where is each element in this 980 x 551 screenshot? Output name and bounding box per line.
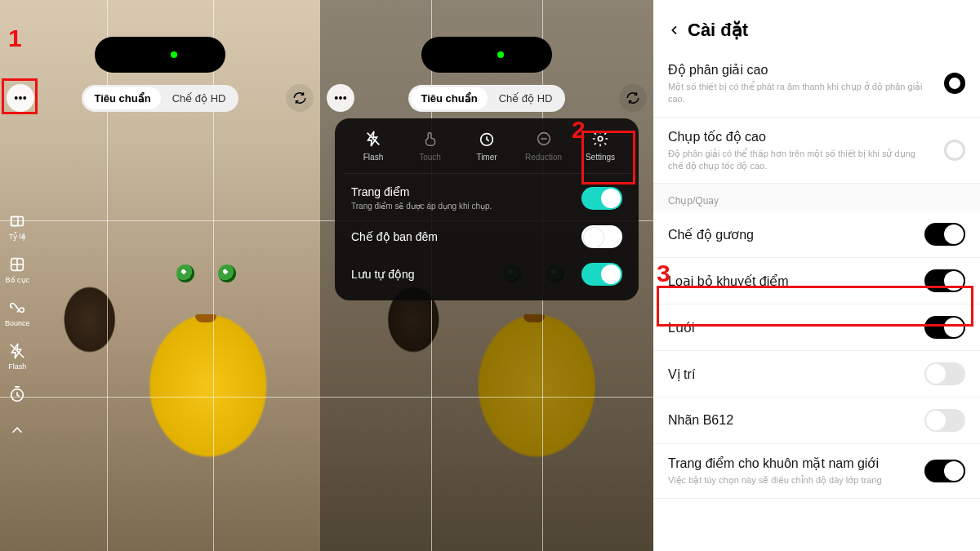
overlay-reduction[interactable]: Reduction [519, 130, 569, 162]
toggle-makeup[interactable] [581, 187, 622, 210]
svg-rect-4 [11, 217, 18, 226]
tool-timer[interactable] [8, 385, 26, 403]
tool-label: Flash [8, 362, 26, 371]
radio-hispeed-unselected[interactable] [944, 140, 965, 161]
tool-flash[interactable]: Flash [8, 342, 26, 371]
setting-title: Trang điểm cho khuôn mặt nam giới [668, 455, 913, 471]
layout-icon [8, 256, 26, 273]
radio-hires-selected[interactable] [944, 73, 965, 94]
tutorial-composite: Tiêu chuẩn Chế độ HD Tỷ lệ Bố cục Bounce [0, 0, 980, 551]
camera-topbar: Tiêu chuẩn Chế độ HD [320, 82, 653, 114]
toggle-male-makeup[interactable] [924, 460, 965, 482]
flash-icon [364, 130, 382, 148]
overlay-item-title: Chế độ ban đêm [351, 230, 438, 243]
toggle-watermark[interactable] [924, 409, 965, 432]
subject-eye [176, 264, 194, 282]
touch-icon [421, 130, 439, 148]
tool-expand[interactable] [8, 421, 26, 439]
callout-box-1 [2, 78, 38, 114]
setting-desc: Việc bật tùy chọn này sẽ điều chỉnh độ d… [668, 474, 913, 487]
overlay-item-autosave: Lưu tự động [351, 263, 622, 286]
overlay-item-title: Lưu tự động [351, 268, 415, 281]
switch-camera-icon [626, 91, 640, 105]
setting-hires[interactable]: Độ phân giải cao Một số thiết bị có thể … [653, 51, 980, 118]
setting-male-makeup[interactable]: Trang điểm cho khuôn mặt nam giới Việc b… [653, 444, 980, 499]
timer-icon [8, 385, 26, 403]
tool-layout[interactable]: Bố cục [6, 256, 30, 284]
chevron-up-icon [8, 421, 26, 439]
seg-hd[interactable]: Chế độ HD [489, 87, 563, 109]
subject-eye [218, 264, 236, 282]
infinity-icon [8, 299, 26, 317]
more-horizontal-icon [333, 91, 348, 105]
switch-camera-button[interactable] [286, 84, 314, 112]
timer-icon [478, 130, 496, 148]
setting-mirror[interactable]: Chế độ gương [653, 211, 980, 258]
settings-title: Cài đặt [688, 20, 748, 41]
seg-standard[interactable]: Tiêu chuẩn [411, 87, 487, 109]
overlay-touch[interactable]: Touch [405, 130, 456, 162]
overlay-label: Timer [476, 153, 497, 162]
svg-point-9 [340, 97, 341, 99]
overlay-item-makeup: Trang điểm Trang điểm sẽ được áp dụng kh… [351, 185, 622, 211]
setting-location[interactable]: Vị trí [653, 351, 980, 398]
setting-title: Nhãn B612 [668, 413, 913, 428]
tool-ratio[interactable]: Tỷ lệ [8, 212, 26, 241]
overlay-toggle-list: Trang điểm Trang điểm sẽ được áp dụng kh… [343, 174, 630, 286]
callout-box-3 [657, 286, 973, 327]
seg-hd[interactable]: Chế độ HD [163, 87, 236, 109]
callout-number-1: 1 [8, 24, 22, 52]
overlay-timer[interactable]: Timer [461, 130, 512, 162]
screenshot-panel-3: Cài đặt Độ phân giải cao Một số thiết bị… [653, 0, 980, 551]
overlay-item-night: Chế độ ban đêm [351, 225, 622, 248]
toggle-night[interactable] [581, 225, 622, 248]
svg-point-8 [336, 97, 337, 99]
switch-camera-icon [292, 91, 307, 105]
overlay-item-sub: Trang điểm sẽ được áp dụng khi chụp. [351, 202, 492, 211]
flash-off-icon [8, 342, 26, 360]
more-menu-button[interactable] [327, 84, 354, 112]
callout-number-2: 2 [572, 116, 586, 144]
camera-topbar: Tiêu chuẩn Chế độ HD [0, 82, 320, 114]
switch-camera-button[interactable] [619, 84, 647, 112]
subject-mouth [523, 314, 545, 322]
settings-list: Độ phân giải cao Một số thiết bị có thể … [653, 51, 980, 499]
tool-label: Tỷ lệ [9, 233, 26, 241]
callout-box-2 [581, 131, 635, 184]
subject-mouth [195, 314, 216, 322]
setting-title: Vị trí [668, 367, 913, 382]
svg-point-10 [344, 97, 345, 99]
toggle-mirror[interactable] [924, 223, 965, 246]
setting-title: Chế độ gương [668, 227, 913, 242]
setting-title: Độ phân giải cao [668, 62, 933, 78]
tool-bounce[interactable]: Bounce [5, 299, 30, 327]
setting-desc: Độ phân giải có thể thấp hơn trên một số… [668, 148, 933, 172]
settings-header: Cài đặt [653, 0, 980, 51]
setting-desc: Một số thiết bị có thể phát ra âm thanh … [668, 81, 933, 105]
overlay-label: Touch [419, 153, 441, 162]
device-notch [421, 37, 552, 73]
overlay-item-title: Trang điểm [351, 185, 492, 198]
quality-segmented-control[interactable]: Tiêu chuẩn Chế độ HD [408, 85, 564, 112]
callout-number-3: 3 [657, 260, 670, 287]
screenshot-panel-1: Tiêu chuẩn Chế độ HD Tỷ lệ Bố cục Bounce [0, 0, 320, 551]
chevron-left-icon[interactable] [668, 24, 681, 37]
setting-hispeed[interactable]: Chụp tốc độ cao Độ phân giải có thể thấp… [653, 118, 980, 184]
seg-standard[interactable]: Tiêu chuẩn [84, 87, 160, 109]
overlay-label: Reduction [525, 153, 562, 162]
quality-segmented-control[interactable]: Tiêu chuẩn Chế độ HD [82, 85, 238, 112]
tool-label: Bounce [5, 319, 30, 327]
setting-title: Chụp tốc độ cao [668, 129, 933, 144]
overlay-flash[interactable]: Flash [348, 130, 399, 162]
toggle-autosave[interactable] [581, 263, 622, 286]
device-notch [95, 37, 225, 73]
screenshot-panel-2: Tiêu chuẩn Chế độ HD Flash Touch Tim [320, 0, 653, 551]
setting-watermark[interactable]: Nhãn B612 [653, 398, 980, 444]
aspect-ratio-icon [8, 212, 26, 230]
reduction-icon [535, 130, 553, 148]
overlay-label: Flash [363, 153, 383, 162]
settings-section-capture: Chụp/Quay [653, 184, 980, 211]
camera-side-tools: Tỷ lệ Bố cục Bounce Flash [5, 212, 30, 439]
tool-label: Bố cục [6, 276, 30, 284]
toggle-location[interactable] [924, 362, 965, 385]
